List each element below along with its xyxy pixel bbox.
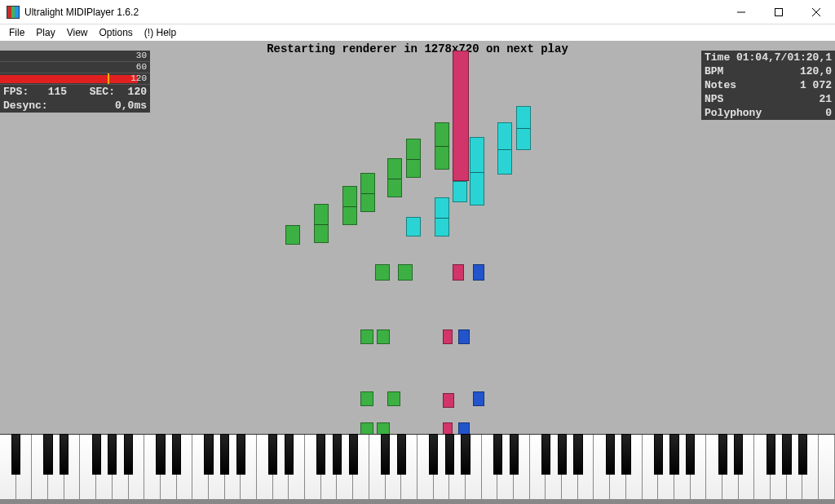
- window-title: Ultralight MIDIPlayer 1.6.2: [24, 7, 722, 18]
- white-key[interactable]: [771, 435, 787, 499]
- white-key[interactable]: [610, 435, 626, 499]
- white-key[interactable]: [739, 435, 755, 499]
- midi-note: [360, 329, 373, 344]
- white-key[interactable]: [177, 435, 193, 499]
- bottom-bar: [0, 499, 835, 504]
- menu-view[interactable]: View: [61, 25, 94, 40]
- white-key[interactable]: [787, 435, 803, 499]
- white-key[interactable]: [16, 435, 33, 499]
- midi-note: [435, 122, 449, 170]
- white-key[interactable]: [321, 435, 338, 499]
- white-key[interactable]: [401, 435, 418, 499]
- midi-note: [443, 329, 453, 344]
- white-key[interactable]: [466, 435, 482, 499]
- midi-note: [406, 217, 421, 237]
- white-key[interactable]: [80, 435, 96, 499]
- white-key[interactable]: [674, 435, 691, 499]
- midi-note: [453, 264, 464, 281]
- midi-note: [453, 181, 467, 202]
- white-key[interactable]: [722, 435, 739, 499]
- white-key[interactable]: [369, 435, 386, 499]
- menubar: File Play View Options (!) Help: [0, 24, 835, 41]
- white-key[interactable]: [32, 435, 48, 499]
- white-key[interactable]: [482, 435, 498, 499]
- menu-options[interactable]: Options: [93, 25, 138, 40]
- white-key[interactable]: [594, 435, 610, 499]
- maximize-button[interactable]: [760, 0, 797, 24]
- white-key[interactable]: [144, 435, 161, 499]
- menu-file[interactable]: File: [3, 25, 30, 40]
- white-key[interactable]: [64, 435, 81, 499]
- midi-note: [342, 186, 357, 225]
- white-key[interactable]: [449, 435, 466, 499]
- visualizer-canvas: Restarting renderer in 1278x720 on next …: [0, 41, 835, 504]
- white-key[interactable]: [546, 435, 562, 499]
- midi-note: [458, 329, 470, 344]
- midi-note: [406, 139, 421, 178]
- white-key[interactable]: [658, 435, 674, 499]
- midi-note: [314, 204, 329, 243]
- midi-note: [387, 158, 402, 197]
- white-key[interactable]: [289, 435, 305, 499]
- white-key[interactable]: [209, 435, 225, 499]
- midi-note: [473, 264, 484, 281]
- menu-play[interactable]: Play: [30, 25, 60, 40]
- midi-note: [387, 391, 400, 406]
- midi-note: [443, 393, 454, 408]
- white-key[interactable]: [337, 435, 353, 499]
- white-key[interactable]: [562, 435, 578, 499]
- white-key[interactable]: [530, 435, 546, 499]
- midi-note: [435, 197, 449, 237]
- midi-note: [516, 106, 531, 150]
- white-key[interactable]: [273, 435, 289, 499]
- menu-help[interactable]: (!) Help: [139, 25, 182, 40]
- white-key[interactable]: [754, 435, 771, 499]
- white-key[interactable]: [241, 435, 257, 499]
- app-icon: [7, 6, 20, 19]
- white-key[interactable]: [706, 435, 722, 499]
- minimize-button[interactable]: [722, 0, 760, 24]
- white-key[interactable]: [514, 435, 530, 499]
- white-key[interactable]: [691, 435, 707, 499]
- midi-note: [360, 173, 375, 212]
- midi-note: [375, 264, 390, 281]
- midi-note: [497, 122, 512, 175]
- white-key[interactable]: [434, 435, 450, 499]
- white-key[interactable]: [48, 435, 64, 499]
- midi-note: [285, 225, 300, 245]
- midi-note: [377, 329, 390, 344]
- white-key[interactable]: [802, 435, 819, 499]
- white-key[interactable]: [129, 435, 145, 499]
- white-key[interactable]: [819, 435, 835, 499]
- midi-note: [453, 51, 469, 181]
- midi-note: [473, 391, 484, 406]
- white-key[interactable]: [0, 435, 16, 499]
- white-key[interactable]: [497, 435, 514, 499]
- svg-rect-1: [775, 8, 783, 15]
- white-key[interactable]: [626, 435, 643, 499]
- midi-note: [360, 391, 373, 406]
- white-key[interactable]: [161, 435, 177, 499]
- white-key[interactable]: [305, 435, 321, 499]
- falling-notes-area: [0, 41, 835, 434]
- white-key[interactable]: [225, 435, 241, 499]
- white-key[interactable]: [643, 435, 659, 499]
- titlebar: Ultralight MIDIPlayer 1.6.2: [0, 0, 835, 24]
- white-key[interactable]: [578, 435, 594, 499]
- piano-keyboard[interactable]: [0, 434, 835, 499]
- white-key[interactable]: [353, 435, 369, 499]
- midi-note: [470, 137, 484, 206]
- white-key[interactable]: [192, 435, 209, 499]
- white-key[interactable]: [257, 435, 273, 499]
- midi-note: [398, 264, 413, 281]
- white-key[interactable]: [386, 435, 402, 499]
- close-button[interactable]: [797, 0, 835, 24]
- white-key[interactable]: [113, 435, 129, 499]
- white-key[interactable]: [96, 435, 113, 499]
- white-key[interactable]: [418, 435, 434, 499]
